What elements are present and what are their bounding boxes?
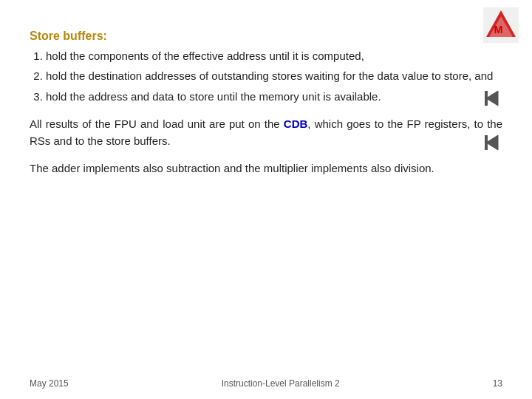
slide: M Store buffers: hold the components of … [0,0,532,399]
list-item: hold the destination addresses of outsta… [46,67,502,84]
svg-text:M: M [494,24,502,35]
footer-date: May 2015 [30,378,69,389]
list-item-text-2: hold the destination addresses of outsta… [46,69,493,82]
list-container: hold the components of the effective add… [30,47,502,105]
svg-marker-4 [486,91,498,106]
list-item: hold the components of the effective add… [46,47,502,64]
paragraph-1-block: All results of the FPU and load unit are… [30,115,502,150]
back-nav-icon-2[interactable] [482,132,502,157]
list-item-text-3: hold the address and data to store until… [46,90,381,103]
logo: M [483,7,519,43]
footer-page-number: 13 [493,378,502,389]
svg-rect-5 [485,91,488,106]
paragraph-1: All results of the FPU and load unit are… [30,115,502,150]
paragraph-1-before: All results of the FPU and load unit are… [30,117,284,130]
list-item-text-1: hold the components of the effective add… [46,50,364,62]
footer-title: Instruction-Level Parallelism 2 [69,378,493,389]
footer: May 2015 Instruction-Level Parallelism 2… [30,378,502,389]
svg-marker-6 [486,135,498,150]
store-buffers-list: hold the components of the effective add… [46,47,502,105]
list-item: hold the address and data to store until… [46,88,502,105]
main-content: Store buffers: hold the components of th… [30,30,502,177]
paragraph-2: The adder implements also subtraction an… [30,160,502,177]
paragraph-2-block: The adder implements also subtraction an… [30,160,502,177]
cdb-text: CDB [284,117,308,130]
svg-rect-7 [485,135,488,150]
back-nav-icon-1[interactable] [482,88,502,113]
section-title: Store buffers: [30,30,502,43]
